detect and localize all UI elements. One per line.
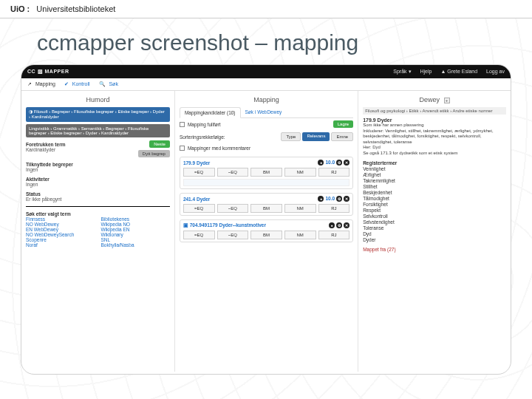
user-menu[interactable]: ▲ Grete Esland [440,69,477,74]
mapping-done-label: Mapping fullført [188,122,221,127]
dewey-breadcrumb[interactable]: Filosofi og psykologi › Etikk › Anvendt … [363,107,506,115]
ext-link[interactable]: Bibliotekenes [100,216,129,222]
related-label: Tilknyttede begreper [26,162,170,167]
card-title[interactable]: ▣ 704.9491179 Dyder--kunstmotiver [183,222,266,228]
rel-nm[interactable]: NM [284,168,316,177]
rel-rj[interactable]: RJ [318,231,350,239]
mapping-heading: Mapping [180,94,353,107]
reg-term[interactable]: Selvkontroll [363,213,506,219]
activities-label: Aktiviteter [26,177,170,182]
reg-term[interactable]: Dyd [363,231,506,236]
lang-menu[interactable]: Språk ▾ [393,69,411,74]
ext-link[interactable]: NO WebDeweySearch [26,232,74,237]
reg-term[interactable]: Selvstendighet [363,219,506,225]
gear-icon[interactable]: ⚙ [336,196,342,202]
ext-link[interactable]: NO WebDewey [26,222,59,227]
reg-term[interactable]: Dyder [363,236,506,242]
ext-link[interactable]: SNL [100,237,110,242]
register-terms-list: Vennlighet Ærlighet Taknemmlighet Stillh… [363,166,506,242]
rel-rj[interactable]: RJ [318,168,350,177]
gear-icon[interactable]: ⚙ [336,160,342,166]
logout-link[interactable]: Logg av [486,69,505,74]
ext-link[interactable]: EN WebDewey [26,227,58,232]
dewey-note-here: Her: Dyd [363,145,506,151]
card-title[interactable]: 241.4 Dyder [183,197,211,202]
tab-mapping[interactable]: ↗ Mapping [27,81,55,87]
rel-aeq[interactable]: ~EQ [217,168,249,177]
reg-term[interactable]: Respekt [363,207,506,213]
rel-aeq[interactable]: ~EQ [217,231,249,239]
sort-relevance[interactable]: Relevans [302,132,330,141]
status-value: Er ikke påbegynt [26,197,170,202]
tab-mapping-label: Mapping [35,81,55,86]
close-icon[interactable]: ✕ [344,196,349,202]
ext-link[interactable]: Noraf [26,242,38,248]
reg-term[interactable]: Toleranse [363,225,506,231]
card-note-field[interactable] [183,179,349,186]
uio-header: UiO : Universitetsbiblioteket [0,0,532,18]
sort-type[interactable]: Type [281,132,301,141]
reg-term[interactable]: Forsiktighet [363,201,506,207]
reg-term[interactable]: Stillhet [363,183,506,189]
next-button[interactable]: Neste [149,140,170,148]
dewey-class-title: 179.9 Dyder [363,117,506,123]
ext-link[interactable]: Finnsess [26,216,45,222]
rel-rj[interactable]: RJ [318,204,350,213]
term-label: Foretrukken term [26,142,138,147]
search-icon: 🔍 [99,81,106,86]
subtab-search-dewey[interactable]: Søk i WebDewey [241,107,287,117]
rel-nm[interactable]: NM [284,204,316,213]
gear-icon[interactable]: ⚙ [336,222,342,228]
relevance-icon: ● [318,196,324,202]
uio-brand: UiO : [10,4,30,13]
reg-term[interactable]: Taknemmlighet [363,177,506,183]
close-icon[interactable]: ✕ [344,222,349,228]
rel-nm[interactable]: NM [284,231,316,239]
ext-link[interactable]: Scopenre [26,237,47,242]
ext-link[interactable]: Bokhylla/Nasba [100,242,134,248]
tab-sok[interactable]: 🔍 Søk [99,81,118,87]
dewey-note-includes: Inkluderer: Vennlighet, stillhet, taknem… [363,129,506,146]
comments-checkbox[interactable] [180,146,185,151]
rel-eq[interactable]: =EQ [183,204,215,213]
humord-heading: Humord [26,94,170,107]
app-header-right: Språk ▾ Hjelp ▲ Grete Esland Logg av [386,69,505,75]
humord-breadcrumb-2[interactable]: Lingvistikk › Grammatikk › Semantikk › B… [26,124,170,137]
mapped-from-link[interactable]: Mappet fra (27) [363,247,395,252]
rel-eq[interactable]: =EQ [183,231,215,239]
relevance-icon: ● [318,160,324,166]
rel-bm[interactable]: BM [250,231,282,239]
ext-link[interactable]: Wiktionary [100,232,123,237]
mapping-done-checkbox[interactable] [180,122,185,127]
reg-term[interactable]: Ærlighet [363,171,506,177]
humord-breadcrumb-1[interactable]: ◑ Filosofi › Begreper › Filosofiske begr… [26,107,170,122]
reg-term[interactable]: Beskjedenhet [363,189,506,195]
close-icon[interactable]: ✕ [344,160,349,166]
app-header: CC ▨ MAPPER Språk ▾ Hjelp ▲ Grete Esland… [21,65,511,78]
mapping-card: 241.4 Dyder ● 10.0 ⚙ ✕ =EQ ~EQ BM NM RJ [180,193,353,216]
col-dewey: Dewey + Filosofi og psykologi › Etikk › … [358,91,511,372]
rel-bm[interactable]: BM [250,168,282,177]
tab-kontroll-label: Kontroll [72,81,90,86]
app-brand: CC ▨ MAPPER [27,69,69,75]
card-title[interactable]: 179.9 Dyder [183,160,211,166]
add-dewey-button[interactable]: + [444,98,450,103]
save-button[interactable]: Lagre [333,120,353,128]
mapping-icon: ↗ [27,81,32,86]
subtab-candidates[interactable]: Mappingkandidater (10) [180,107,241,118]
sort-topic[interactable]: Emne [331,132,353,141]
help-link[interactable]: Hjelp [420,69,432,74]
comments-label: Mappinger med kommentarer [188,146,250,151]
rel-aeq[interactable]: ~EQ [217,204,249,213]
tab-kontroll[interactable]: ✔ Kontroll [64,81,90,87]
relevance-score: 10.0 [325,196,335,202]
ext-link[interactable]: Wikipedia NO [100,222,130,227]
rel-eq[interactable]: =EQ [183,168,215,177]
mapping-card: ▣ 704.9491179 Dyder--kunstmotiver ● ⚙ ✕ … [180,219,353,242]
reg-term[interactable]: Tålmodighet [363,195,506,201]
reg-term[interactable]: Vennlighet [363,166,506,171]
push-term-button[interactable]: Dytt begrep [138,150,170,157]
ext-link[interactable]: Wikipedia EN [100,227,129,232]
screenshot-frame: CC ▨ MAPPER Språk ▾ Hjelp ▲ Grete Esland… [21,64,511,375]
rel-bm[interactable]: BM [250,204,282,213]
